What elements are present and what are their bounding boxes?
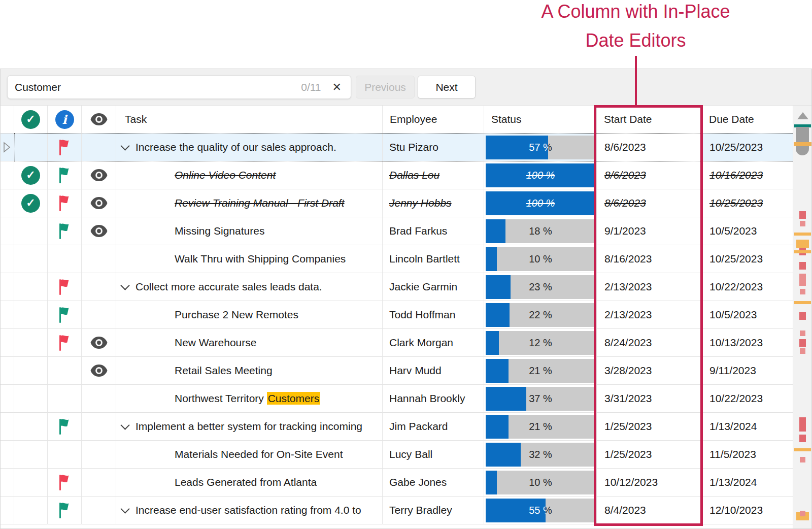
task-cell[interactable]: Missing Signatures [116, 217, 383, 245]
employee-cell[interactable]: Stu Pizaro [383, 134, 484, 161]
status-cell[interactable]: 21 % 21 % [484, 357, 597, 385]
task-cell[interactable]: Retail Sales Meeting [116, 357, 383, 385]
eye-cell[interactable] [82, 273, 116, 301]
status-cell[interactable]: 32 % 32 % [484, 441, 597, 469]
flag-cell[interactable] [48, 161, 82, 189]
employee-cell[interactable]: Lincoln Bartlett [383, 245, 484, 273]
due-date-cell[interactable]: 1/13/2024 [702, 469, 794, 497]
task-cell[interactable]: Purchase 2 New Remotes [116, 301, 383, 329]
start-date-cell[interactable]: 9/1/2023 [597, 217, 702, 245]
flag-cell[interactable] [48, 217, 82, 245]
due-date-cell[interactable]: 12/10/2023 [702, 497, 794, 524]
due-date-cell[interactable]: 10/25/2023 [702, 134, 794, 161]
employee-column-header[interactable]: Employee [383, 106, 484, 134]
flag-cell[interactable] [48, 189, 82, 217]
table-row[interactable]: ✓ Increase the quality of our sales appr… [1, 134, 794, 161]
start-date-cell[interactable]: 1/25/2023 [597, 413, 702, 441]
employee-cell[interactable]: Lucy Ball [383, 441, 484, 469]
table-row[interactable]: ✓ Walk Thru with Shipping Companies Linc… [1, 245, 794, 273]
due-date-cell[interactable]: 10/5/2023 [702, 301, 794, 329]
complete-cell[interactable]: ✓ [14, 329, 48, 357]
due-date-cell[interactable]: 10/13/2023 [702, 329, 794, 357]
flag-cell[interactable] [48, 357, 82, 385]
status-cell[interactable]: 22 % 22 % [484, 301, 597, 329]
collapse-chevron-icon[interactable] [120, 504, 129, 513]
employee-cell[interactable]: Jackie Garmin [383, 273, 484, 301]
start-date-cell[interactable]: 2/13/2023 [597, 301, 702, 329]
start-date-cell[interactable]: 1/25/2023 [597, 441, 702, 469]
start-date-cell[interactable]: 8/6/2023 [597, 161, 702, 189]
complete-cell[interactable]: ✓ [14, 413, 48, 441]
due-date-cell[interactable]: 11/5/2023 [702, 441, 794, 469]
eye-cell[interactable] [82, 245, 116, 273]
start-date-cell[interactable]: 3/28/2023 [597, 357, 702, 385]
start-date-cell[interactable]: 8/16/2023 [597, 245, 702, 273]
header-complete-cell[interactable]: ✓ [14, 106, 48, 134]
scroll-up-icon[interactable] [797, 112, 808, 119]
status-cell[interactable]: 100 % 100 % [484, 161, 597, 189]
status-cell[interactable]: 57 % 57 % [484, 134, 597, 161]
complete-cell[interactable]: ✓ [14, 273, 48, 301]
complete-cell[interactable]: ✓ [14, 134, 48, 161]
task-cell[interactable]: Online Video Content [116, 161, 383, 189]
search-input[interactable] [8, 81, 301, 93]
complete-cell[interactable]: ✓ [14, 301, 48, 329]
eye-cell[interactable] [82, 161, 116, 189]
table-row[interactable]: ✓ Northwest Territory Customers Hannah B… [1, 385, 794, 413]
table-row[interactable]: ✓ Retail Sales Meeting Harv Mudd 21 % 21… [1, 357, 794, 385]
status-cell[interactable]: 21 % 21 % [484, 413, 597, 441]
flag-cell[interactable] [48, 273, 82, 301]
task-cell[interactable]: Review Training Manual - First Draft [116, 189, 383, 217]
table-row[interactable]: ✓ Leads Generated from Atlanta Gabe Jone… [1, 469, 794, 497]
complete-cell[interactable]: ✓ [14, 441, 48, 469]
table-row[interactable]: ✓ Online Video Content Dallas Lou 100 % … [1, 161, 794, 189]
collapse-chevron-icon[interactable] [120, 420, 129, 429]
complete-cell[interactable]: ✓ [14, 385, 48, 413]
task-cell[interactable]: Materials Needed for On-Site Event [116, 441, 383, 469]
flag-cell[interactable] [48, 441, 82, 469]
collapse-chevron-icon[interactable] [120, 141, 129, 150]
previous-button[interactable]: Previous [356, 76, 415, 98]
eye-cell[interactable] [82, 441, 116, 469]
search-box[interactable]: 0/11 ✕ [7, 75, 351, 99]
employee-cell[interactable]: Todd Hoffman [383, 301, 484, 329]
eye-cell[interactable] [82, 413, 116, 441]
employee-cell[interactable]: Jenny Hobbs [383, 189, 484, 217]
complete-cell[interactable]: ✓ [14, 469, 48, 497]
due-date-cell[interactable]: 10/22/2023 [702, 385, 794, 413]
flag-cell[interactable] [48, 301, 82, 329]
eye-cell[interactable] [82, 329, 116, 357]
employee-cell[interactable]: Brad Farkus [383, 217, 484, 245]
eye-cell[interactable] [82, 189, 116, 217]
task-cell[interactable]: Collect more accurate sales leads data. [116, 273, 383, 301]
eye-cell[interactable] [82, 301, 116, 329]
due-date-cell[interactable]: 10/5/2023 [702, 217, 794, 245]
due-date-cell[interactable]: 10/25/2023 [702, 245, 794, 273]
table-row[interactable]: ✓ New Warehourse Clark Morgan 12 % 12 % [1, 329, 794, 357]
table-row[interactable]: ✓ Missing Signatures Brad Farkus 18 % 18… [1, 217, 794, 245]
eye-cell[interactable] [82, 134, 116, 161]
complete-cell[interactable]: ✓ [14, 497, 48, 524]
table-row[interactable]: ✓ Increase end-user satisfaction rating … [1, 497, 794, 524]
status-cell[interactable]: 23 % 23 % [484, 273, 597, 301]
clear-search-icon[interactable]: ✕ [332, 82, 342, 93]
header-priority-cell[interactable]: i [48, 106, 82, 134]
employee-cell[interactable]: Hannah Brookly [383, 385, 484, 413]
eye-cell[interactable] [82, 469, 116, 497]
eye-cell[interactable] [82, 357, 116, 385]
status-cell[interactable]: 12 % 12 % [484, 329, 597, 357]
start-date-cell[interactable]: 8/6/2023 [597, 189, 702, 217]
employee-cell[interactable]: Terry Bradley [383, 497, 484, 524]
complete-cell[interactable]: ✓ [14, 189, 48, 217]
task-cell[interactable]: Implement a better system for tracking i… [116, 413, 383, 441]
table-row[interactable]: ✓ Collect more accurate sales leads data… [1, 273, 794, 301]
due-date-cell[interactable]: 9/11/2023 [702, 357, 794, 385]
vertical-scrollbar[interactable] [793, 106, 811, 528]
due-date-cell[interactable]: 10/22/2023 [702, 273, 794, 301]
complete-cell[interactable]: ✓ [14, 357, 48, 385]
task-column-header[interactable]: Task [116, 106, 383, 134]
task-cell[interactable]: Increase the quality of our sales approa… [116, 134, 383, 161]
employee-cell[interactable]: Clark Morgan [383, 329, 484, 357]
due-date-cell[interactable]: 10/25/2023 [702, 189, 794, 217]
start-date-cell[interactable]: 8/6/2023 [597, 134, 702, 161]
